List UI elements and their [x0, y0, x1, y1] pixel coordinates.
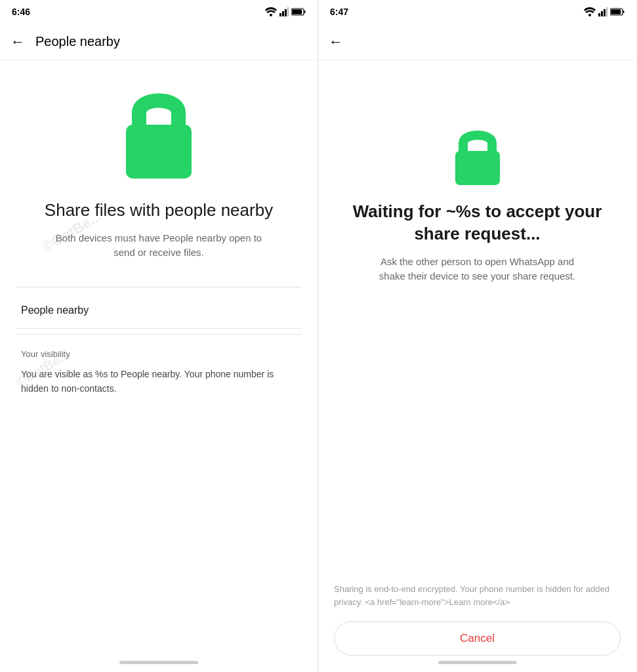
- visibility-text: You are visible as %s to People nearby. …: [16, 362, 302, 396]
- people-nearby-item[interactable]: People nearby: [16, 293, 302, 329]
- sub-text-1: Both devices must have People nearby ope…: [54, 231, 264, 261]
- svg-rect-1: [279, 13, 281, 16]
- main-heading-1: Share files with people nearby: [45, 200, 273, 222]
- waiting-sub: Ask the other person to open WhatsApp an…: [373, 255, 583, 284]
- svg-rect-15: [623, 10, 625, 13]
- divider-1: [16, 287, 302, 287]
- visibility-section: Your visibility You are visible as %s to…: [16, 340, 302, 396]
- signal-icon: [279, 7, 289, 16]
- signal-icon-2: [598, 7, 607, 16]
- svg-rect-17: [455, 151, 500, 185]
- screen1-content: Share files with people nearby Both devi…: [0, 60, 318, 396]
- lock-icon-large: [113, 87, 205, 178]
- status-icons-2: [584, 7, 625, 16]
- wifi-icon-2: [584, 7, 596, 16]
- cancel-button[interactable]: Cancel: [334, 621, 621, 656]
- status-time-2: 6:47: [330, 7, 348, 17]
- svg-rect-4: [287, 7, 289, 16]
- top-bar-1: ← People nearby: [0, 24, 318, 60]
- battery-icon: [291, 8, 306, 16]
- waiting-heading: Waiting for ~%s to accept your share req…: [334, 201, 621, 245]
- bottom-area: Sharing is end-to-end encrypted. Your ph…: [318, 369, 636, 662]
- wifi-icon: [265, 7, 277, 16]
- divider-2: [16, 334, 302, 335]
- svg-rect-13: [606, 7, 607, 16]
- lock-icon-medium: [448, 126, 507, 185]
- status-bar-1: 6:46: [0, 0, 318, 24]
- top-bar-2: ←: [318, 24, 636, 60]
- svg-rect-11: [601, 11, 603, 16]
- screen-waiting: ©GetBe... ©GetBe... 6:47 ←: [318, 0, 636, 672]
- svg-rect-3: [285, 9, 287, 16]
- home-indicator-1: [119, 661, 198, 664]
- svg-rect-2: [282, 11, 284, 16]
- footer-text: Sharing is end-to-end encrypted. Your ph…: [334, 583, 621, 608]
- svg-rect-8: [126, 125, 192, 178]
- home-indicator-2: [438, 661, 517, 664]
- battery-icon-2: [610, 8, 625, 16]
- svg-point-0: [270, 14, 272, 16]
- screen2-content: Waiting for ~%s to accept your share req…: [318, 60, 636, 369]
- status-time-1: 6:46: [12, 7, 30, 17]
- page-title-1: People nearby: [35, 34, 120, 49]
- svg-point-9: [588, 14, 591, 16]
- status-icons-1: [265, 7, 306, 16]
- svg-rect-12: [604, 9, 606, 16]
- svg-rect-10: [598, 13, 600, 16]
- back-button-2[interactable]: ←: [329, 33, 343, 51]
- status-bar-2: 6:47: [318, 0, 636, 24]
- visibility-label: Your visibility: [16, 340, 302, 362]
- svg-rect-6: [304, 10, 306, 13]
- screen-people-nearby: ©GetBe... ©GetBe... 6:46: [0, 0, 318, 672]
- svg-rect-16: [611, 9, 621, 14]
- back-button-1[interactable]: ←: [10, 33, 25, 51]
- svg-rect-7: [292, 9, 302, 14]
- section-list-1: People nearby: [16, 293, 302, 329]
